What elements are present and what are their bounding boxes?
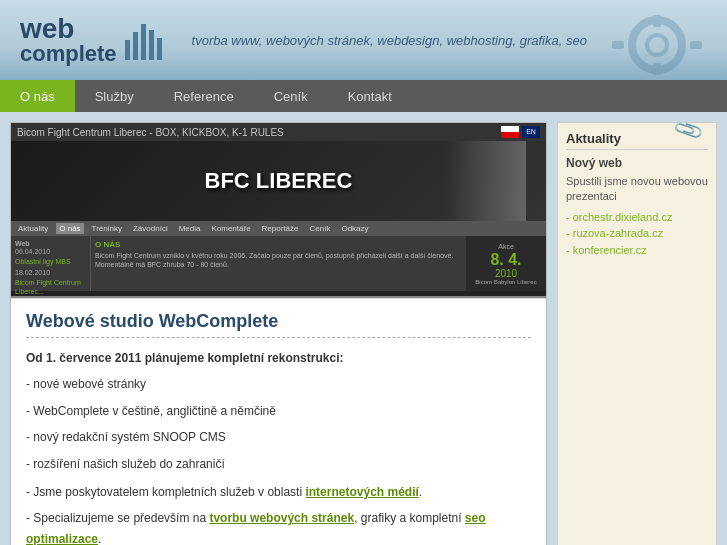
- nav-item-reference[interactable]: Reference: [154, 80, 254, 112]
- flag-gb: EN: [522, 126, 540, 138]
- logo-web: web: [20, 15, 117, 43]
- nav-item-sluzby[interactable]: Služby: [75, 80, 154, 112]
- sidebar-subtitle: Nový web: [566, 156, 708, 170]
- bar-2: [133, 32, 138, 60]
- left-date1: 06.04.2010: [15, 248, 86, 255]
- inner-nav-zavodnci[interactable]: Závodníci: [130, 223, 171, 234]
- content-area: Bicom Fight Centrum Liberec - BOX, KICKB…: [10, 122, 547, 545]
- inner-nav-treninky[interactable]: Tréninky: [89, 223, 125, 234]
- event-sub: Bicom Babylon Liberec: [475, 279, 536, 285]
- inner-nav-reportaze[interactable]: Reportáže: [259, 223, 302, 234]
- sidebar-link-2[interactable]: - ruzova-zahrada.cz: [566, 225, 708, 242]
- main-nav: O nás Služby Reference Ceník Kontakt: [0, 80, 727, 112]
- bfc-logo-area: BFC LIBEREC: [11, 141, 546, 221]
- para-2: - WebComplete v češtině, angličtině a ně…: [26, 401, 531, 421]
- logo: web complete: [20, 15, 162, 65]
- bar-3: [141, 24, 146, 60]
- preview-inner: BFC LIBEREC Aktuality O nás Tréninky Záv…: [11, 141, 546, 296]
- bfc-logo: BFC LIBEREC: [205, 168, 353, 194]
- nav-item-kontakt[interactable]: Kontakt: [328, 80, 412, 112]
- inner-nav-cenik[interactable]: Ceník: [307, 223, 334, 234]
- svg-point-1: [647, 35, 667, 55]
- page-title: Webové studio WebComplete: [26, 311, 531, 338]
- event-date: 8. 4.: [490, 252, 521, 268]
- svg-point-0: [632, 20, 682, 70]
- preview-left-col: Web 06.04.2010 Oblastní ligy MBS 18.02.2…: [11, 236, 91, 291]
- center-text: Bicom Fight Centrum vzniklo v květnu rok…: [95, 251, 462, 269]
- event-year: 2010: [495, 268, 517, 279]
- svg-rect-4: [612, 41, 624, 49]
- inner-nav-o-nas[interactable]: O nás: [56, 223, 83, 234]
- inner-nav-media[interactable]: Media: [176, 223, 204, 234]
- page-content: Webové studio WebComplete Od 1. července…: [11, 298, 546, 545]
- logo-complete: complete: [20, 43, 117, 65]
- para-5: - Jsme poskytovatelem kompletních služeb…: [26, 482, 531, 502]
- sidebar-link-1[interactable]: - orchestr.dixieland.cz: [566, 209, 708, 226]
- main-container: Bicom Fight Centrum Liberec - BOX, KICKB…: [0, 112, 727, 545]
- svg-rect-3: [653, 63, 661, 75]
- logo-text: web complete: [20, 15, 117, 65]
- nav-item-cenik[interactable]: Ceník: [254, 80, 328, 112]
- nav-item-o-nas[interactable]: O nás: [0, 80, 75, 112]
- preview-center-col: O NÁS Bicom Fight Centrum vzniklo v květ…: [91, 236, 466, 291]
- preview-content-row: Web 06.04.2010 Oblastní ligy MBS 18.02.2…: [11, 236, 546, 291]
- site-preview: Bicom Fight Centrum Liberec - BOX, KICKB…: [11, 123, 546, 298]
- sidebar-link-3[interactable]: - konferencier.cz: [566, 242, 708, 259]
- sidebar: 📎 Aktuality Nový web Spustili jsme novou…: [557, 122, 717, 545]
- bar-4: [149, 30, 154, 60]
- sidebar-text: Spustili jsme novou webovou prezentaci: [566, 174, 708, 205]
- header: web complete tvorba www, webových stráne…: [0, 0, 727, 80]
- svg-rect-2: [653, 15, 661, 27]
- flag-icons: EN: [501, 126, 540, 138]
- para-1: - nové webové stránky: [26, 374, 531, 394]
- center-title: O NÁS: [95, 240, 462, 249]
- flag-cz: [501, 126, 519, 138]
- para-4: - rozšíření našich služeb do zahraničí: [26, 454, 531, 474]
- logo-bars: [125, 20, 162, 60]
- intro-text: Od 1. července 2011 plánujeme kompletní …: [26, 348, 531, 545]
- gear-icon: [607, 10, 707, 83]
- left-date2: 18.02.2010: [15, 269, 86, 276]
- preview-right-col: Akce 8. 4. 2010 Bicom Babylon Liberec: [466, 236, 546, 291]
- akce-header: Akce: [498, 243, 514, 250]
- para-intro: Od 1. července 2011 plánujeme kompletní …: [26, 348, 531, 368]
- para-3: - nový redakční systém SNOOP CMS: [26, 427, 531, 447]
- bar-5: [157, 38, 162, 60]
- preview-main: BFC LIBEREC Aktuality O nás Tréninky Záv…: [11, 141, 546, 296]
- inner-nav-komentare[interactable]: Komentáře: [208, 223, 253, 234]
- bar-1: [125, 40, 130, 60]
- preview-inner-nav: Aktuality O nás Tréninky Závodníci Media…: [11, 221, 546, 236]
- para-6: - Specializujeme se především na tvorbu …: [26, 508, 531, 545]
- web-col-header: Web: [15, 240, 86, 247]
- inner-nav-aktuality[interactable]: Aktuality: [15, 223, 51, 234]
- left-link2: Bicom Fight Centrum Liberec...: [15, 278, 86, 296]
- left-link1: Oblastní ligy MBS: [15, 257, 86, 266]
- tagline: tvorba www, webových stránek, webdesign,…: [192, 33, 587, 48]
- fighter-image: [446, 141, 526, 221]
- inner-nav-odkazy[interactable]: Odkazy: [338, 223, 371, 234]
- svg-rect-5: [690, 41, 702, 49]
- preview-bar: Bicom Fight Centrum Liberec - BOX, KICKB…: [11, 123, 546, 141]
- preview-title: Bicom Fight Centrum Liberec - BOX, KICKB…: [17, 127, 284, 138]
